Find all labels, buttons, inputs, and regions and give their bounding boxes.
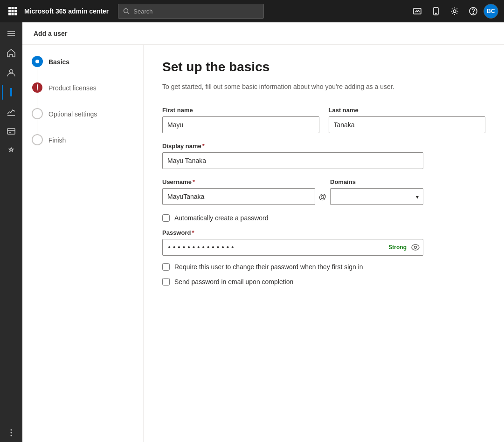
search-box[interactable]: [118, 4, 264, 19]
name-row: First name Last name: [162, 107, 485, 133]
first-name-label: First name: [162, 107, 319, 114]
main-layout: Add a user Basics: [0, 22, 504, 442]
search-input[interactable]: [133, 8, 259, 15]
step-licenses-label: Product licenses: [48, 82, 97, 93]
sidebar-item-active[interactable]: [2, 83, 21, 102]
svg-line-10: [128, 13, 130, 14]
display-name-field: Display name*: [162, 143, 423, 169]
svg-rect-2: [14, 7, 17, 9]
password-strength: Strong: [388, 244, 407, 251]
topbar: Microsoft 365 admin center: [0, 0, 504, 22]
username-label: Username*: [162, 178, 315, 185]
send-password-checkbox[interactable]: [162, 278, 170, 286]
require-change-checkbox[interactable]: [162, 263, 170, 271]
svg-rect-8: [14, 13, 17, 15]
sidebar-item-collapse[interactable]: [2, 24, 21, 43]
wizard-sidebar: Basics Product licen: [22, 45, 144, 442]
svg-rect-1: [12, 7, 14, 9]
at-symbol: @: [319, 193, 326, 205]
display-name-input[interactable]: [162, 152, 423, 169]
mobile-icon-btn[interactable]: [428, 3, 444, 20]
sidebar-item-home[interactable]: [2, 44, 21, 62]
step-finish-indicator: [32, 134, 43, 145]
sidebar: [0, 22, 22, 442]
waffle-icon[interactable]: [6, 4, 20, 18]
display-name-label: Display name*: [162, 143, 423, 150]
password-field: Password* Strong: [162, 229, 423, 256]
settings-icon-btn[interactable]: [446, 3, 463, 20]
content-area: Add a user Basics: [22, 22, 504, 442]
first-name-input[interactable]: [162, 116, 319, 133]
username-input[interactable]: [162, 188, 315, 205]
domain-select[interactable]: [330, 188, 423, 205]
svg-point-20: [10, 70, 13, 73]
svg-point-25: [11, 429, 12, 431]
svg-rect-21: [10, 88, 12, 96]
sidebar-item-analytics[interactable]: [2, 102, 21, 121]
sidebar-item-more[interactable]: [2, 423, 21, 442]
password-input[interactable]: [162, 239, 423, 256]
search-icon: [123, 8, 130, 14]
svg-point-28: [35, 60, 39, 63]
svg-point-27: [11, 435, 12, 436]
last-name-label: Last name: [329, 107, 486, 114]
help-icon-btn[interactable]: [465, 3, 482, 20]
svg-rect-4: [12, 10, 14, 13]
svg-rect-5: [14, 10, 17, 13]
svg-rect-7: [12, 13, 14, 15]
send-password-label[interactable]: Send password in email upon completion: [174, 278, 293, 286]
step-optional-label: Optional settings: [48, 109, 97, 119]
step-basics-indicator: [32, 56, 43, 67]
form-area: Set up the basics To get started, fill o…: [144, 45, 504, 442]
svg-rect-22: [7, 129, 15, 134]
username-domain-section: Username* @ Domains: [162, 178, 423, 205]
sidebar-item-billing[interactable]: [2, 122, 21, 141]
step-basics-label: Basics: [48, 56, 69, 67]
send-password-row: Send password in email upon completion: [162, 278, 485, 286]
last-name-input[interactable]: [329, 116, 486, 133]
auto-password-label[interactable]: Automatically create a password: [174, 214, 269, 222]
svg-point-16: [473, 13, 474, 14]
step-licenses-indicator: [32, 82, 43, 93]
password-label: Password*: [162, 229, 423, 236]
require-change-label[interactable]: Require this user to change their passwo…: [174, 263, 363, 271]
password-section: Password* Strong: [162, 229, 423, 256]
sidebar-item-users[interactable]: [2, 63, 21, 82]
svg-point-32: [412, 245, 419, 250]
svg-point-13: [435, 13, 436, 14]
svg-point-9: [124, 9, 128, 13]
password-wrapper: Strong: [162, 239, 423, 256]
app-title: Microsoft 365 admin center: [24, 7, 109, 15]
step-optional-indicator: [32, 108, 43, 119]
page-content: Basics Product licen: [22, 45, 504, 442]
svg-point-14: [453, 10, 456, 13]
breadcrumb-text: Add a user: [34, 30, 67, 37]
svg-point-26: [11, 432, 12, 434]
auto-password-row: Automatically create a password: [162, 214, 485, 222]
topbar-icons: BC: [409, 3, 498, 20]
last-name-field: Last name: [329, 107, 486, 133]
first-name-field: First name: [162, 107, 319, 133]
user-avatar[interactable]: BC: [483, 4, 498, 19]
require-change-row: Require this user to change their passwo…: [162, 263, 485, 271]
eye-icon[interactable]: [411, 244, 420, 251]
svg-rect-6: [8, 13, 11, 15]
domains-label: Domains: [330, 178, 423, 185]
svg-rect-3: [8, 10, 11, 13]
svg-rect-0: [8, 7, 11, 9]
breadcrumb-bar: Add a user: [22, 22, 504, 45]
svg-point-31: [37, 89, 38, 90]
domain-select-wrapper: Domains: [330, 178, 423, 205]
sidebar-item-settings[interactable]: [2, 142, 21, 160]
step-finish-label: Finish: [48, 135, 66, 145]
form-subtitle: To get started, fill out some basic info…: [162, 82, 485, 92]
form-title: Set up the basics: [162, 60, 485, 75]
svg-point-33: [414, 246, 417, 249]
username-field: Username*: [162, 178, 315, 205]
auto-password-checkbox[interactable]: [162, 214, 170, 222]
media-icon-btn[interactable]: [409, 3, 426, 20]
